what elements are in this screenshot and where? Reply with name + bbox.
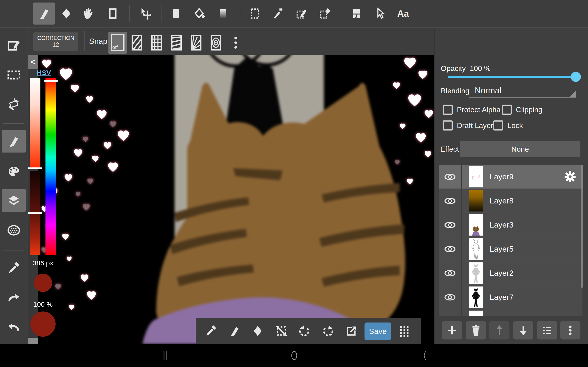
layer-row-layer5[interactable]: Layer5 [439,237,582,261]
layer-visibility-toggle[interactable] [439,309,462,316]
move-layer-up-button[interactable] [489,321,510,340]
deselect-button[interactable] [274,323,289,339]
layer-row-layer8[interactable]: Layer8 [439,189,582,213]
toolbar-divider [343,5,343,22]
clipping-checkbox[interactable] [502,105,512,115]
layer-thumbnail[interactable] [469,286,483,308]
snap-vanishing-button[interactable] [190,35,203,50]
layer-row-layer9[interactable]: Layer9 [439,165,582,189]
snap-grid-button[interactable] [150,35,163,50]
layer-row-partial[interactable] [439,309,582,316]
redo-icon [322,325,334,337]
grid-menu-button[interactable] [397,323,412,339]
sidebar-edit-canvas[interactable] [2,34,26,57]
gradient-icon [217,8,229,19]
snap-more-button[interactable] [229,35,242,50]
sidebar-undo[interactable] [2,316,26,338]
layer-list-options-button[interactable] [537,321,557,340]
correction-button[interactable]: CORRECTION 12 [33,32,78,51]
opacity-slider-thumb[interactable] [571,72,581,82]
move-layer-down-button[interactable] [513,321,533,340]
heart-shape [83,204,90,211]
layer-settings-gear-icon[interactable] [564,171,576,183]
back-button[interactable] [411,344,438,367]
brush-button[interactable] [227,323,242,339]
layer-row-layer2[interactable]: Layer2 [439,261,582,285]
sidebar-brush-tool[interactable] [2,130,26,152]
export-button[interactable] [344,323,359,339]
hue-marker[interactable] [44,80,58,82]
snap-off-button[interactable]: off [108,32,127,54]
saturation-marker[interactable] [28,167,42,169]
layer-list-scrollbar[interactable] [581,165,583,288]
drawing-canvas[interactable]: < HSV 386 px 100 % [27,55,434,344]
tool-magic-wand[interactable] [271,6,286,21]
brush-opacity-preview[interactable] [30,311,56,337]
brush-size-readout: 386 px [27,259,58,267]
tool-gradient[interactable] [216,6,231,21]
recent-apps-button[interactable] [151,344,179,367]
layer-thumbnail[interactable] [469,166,483,187]
layer-row-layer7[interactable]: Layer7 [439,285,582,309]
layer-thumbnail[interactable] [469,238,483,260]
tool-bucket-fill[interactable] [192,6,208,21]
dropdown-caret-icon[interactable] [569,91,576,97]
layer-visibility-toggle[interactable] [439,261,462,285]
layer-more-button[interactable] [560,321,580,340]
lock-checkbox[interactable] [493,120,503,131]
draft-layer-checkbox[interactable] [443,120,453,131]
collapse-panel-button[interactable]: < [27,55,38,69]
panel-resize-handle[interactable] [27,338,38,344]
sidebar-layers[interactable] [2,189,26,212]
hue-bar[interactable] [45,78,56,255]
undo-button[interactable] [297,323,312,339]
tool-eraser[interactable] [59,6,74,21]
tool-operation-cursor[interactable] [372,6,388,21]
layer-visibility-toggle[interactable] [439,189,462,213]
layer-visibility-toggle[interactable] [439,285,462,309]
hsv-mode-link[interactable]: HSV [37,69,51,77]
value-marker[interactable] [28,212,42,214]
protect-alpha-checkbox[interactable] [443,105,453,115]
tool-select-rect[interactable] [247,6,262,21]
opacity-slider-track[interactable] [448,76,576,78]
eyedropper-button[interactable] [203,323,219,339]
snap-radial-button[interactable] [209,35,222,50]
tool-fill-rect[interactable] [169,6,184,21]
blending-dropdown-value[interactable]: Normal [475,86,502,95]
effect-dropdown[interactable]: None [460,141,580,157]
sidebar-palette[interactable] [2,160,26,183]
layer-row-layer3[interactable]: Layer3 [439,213,582,237]
brush-size-preview[interactable] [34,274,52,292]
toolbar-divider [161,5,162,22]
snap-parallel-button[interactable] [130,35,143,50]
snap-horizontal-button[interactable] [170,35,183,50]
layer-thumbnail[interactable] [469,190,483,211]
tool-text[interactable]: Aa [396,6,411,21]
tool-select-eraser[interactable] [317,6,332,21]
tool-frame[interactable] [105,6,120,21]
layer-visibility-toggle[interactable] [439,165,462,189]
layer-thumbnail[interactable] [469,311,483,316]
sidebar-eyedropper[interactable] [2,257,26,279]
save-button[interactable]: Save [364,323,391,340]
tool-hand[interactable] [81,6,96,21]
home-button[interactable] [280,344,308,367]
layer-thumbnail[interactable] [469,214,483,236]
layer-thumbnail[interactable] [469,262,483,284]
delete-layer-button[interactable] [466,321,486,340]
sidebar-select[interactable] [2,64,26,86]
tool-divide-panel[interactable] [349,6,364,21]
sidebar-rotate-canvas[interactable] [2,93,26,116]
tool-move[interactable] [138,6,153,21]
layer-visibility-toggle[interactable] [439,213,462,237]
tool-select-pen[interactable] [294,6,309,21]
tool-brush[interactable] [33,2,55,25]
sidebar-material[interactable] [2,219,26,242]
sidebar-redo[interactable] [2,286,26,309]
add-layer-button[interactable] [442,321,462,340]
layer-visibility-toggle[interactable] [439,237,462,261]
eraser-button[interactable] [250,323,266,339]
redo-button[interactable] [320,323,336,339]
saturation-bar[interactable] [30,78,40,169]
